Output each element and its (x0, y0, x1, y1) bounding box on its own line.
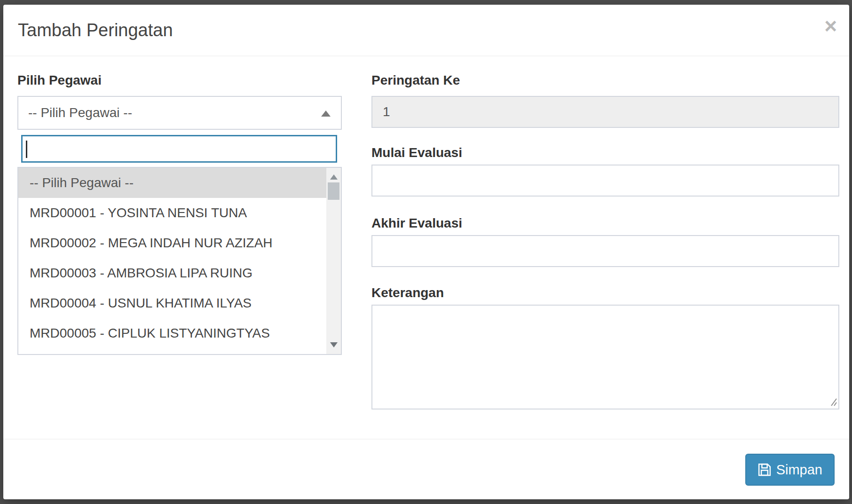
pegawai-option[interactable]: MRD00001 - YOSINTA NENSI TUNA (18, 198, 326, 228)
pegawai-search-box (21, 135, 337, 163)
floppy-disk-icon (757, 463, 772, 477)
pegawai-option[interactable]: MRD00002 - MEGA INDAH NUR AZIZAH (18, 228, 326, 258)
pegawai-option[interactable]: MRD00003 - AMBROSIA LIPA RUING (18, 258, 326, 288)
pegawai-option[interactable]: MRD00004 - USNUL KHATIMA ILYAS (18, 288, 326, 318)
mulai-evaluasi-label: Mulai Evaluasi (371, 145, 839, 161)
scroll-up-icon[interactable] (330, 174, 338, 180)
close-icon[interactable]: × (824, 15, 837, 37)
pegawai-select-button[interactable]: -- Pilih Pegawai -- (17, 96, 342, 130)
modal-body: Pilih Pegawai -- Pilih Pegawai -- -- Pil… (3, 56, 849, 439)
simpan-button[interactable]: Simpan (745, 454, 835, 486)
keterangan-label: Keterangan (371, 285, 839, 301)
peringatan-ke-label: Peringatan Ke (371, 72, 839, 88)
simpan-button-label: Simpan (776, 462, 822, 478)
tambah-peringatan-modal: Tambah Peringatan × Pilih Pegawai -- Pil… (3, 5, 849, 499)
akhir-evaluasi-field[interactable] (371, 235, 839, 267)
akhir-evaluasi-label: Akhir Evaluasi (371, 215, 839, 231)
mulai-evaluasi-field[interactable] (371, 165, 839, 197)
modal-title: Tambah Peringatan (18, 20, 173, 40)
pegawai-select-value: -- Pilih Pegawai -- (28, 105, 132, 120)
right-column: Peringatan Ke Mulai Evaluasi Akhir Evalu… (371, 72, 839, 439)
keterangan-wrap (371, 305, 839, 410)
pilih-pegawai-label: Pilih Pegawai (17, 72, 342, 88)
peringatan-ke-field (371, 96, 839, 128)
pegawai-option[interactable]: MRD00005 - CIPLUK LISTYANINGTYAS (18, 318, 326, 348)
caret-up-icon (321, 110, 331, 117)
pegawai-search-input[interactable] (23, 136, 336, 161)
modal-footer: Simpan (3, 439, 849, 498)
modal-header: Tambah Peringatan × (3, 5, 849, 56)
options-container: -- Pilih Pegawai -- MRD00001 - YOSINTA N… (18, 168, 326, 348)
scrollbar-thumb[interactable] (328, 182, 339, 200)
text-cursor (26, 141, 27, 158)
pegawai-options-list: -- Pilih Pegawai -- MRD00001 - YOSINTA N… (17, 167, 342, 355)
scroll-down-icon[interactable] (330, 342, 338, 347)
keterangan-field[interactable] (371, 305, 839, 410)
options-scrollbar[interactable] (326, 168, 341, 354)
left-column: Pilih Pegawai -- Pilih Pegawai -- -- Pil… (17, 72, 342, 439)
pegawai-option[interactable]: -- Pilih Pegawai -- (18, 168, 326, 198)
